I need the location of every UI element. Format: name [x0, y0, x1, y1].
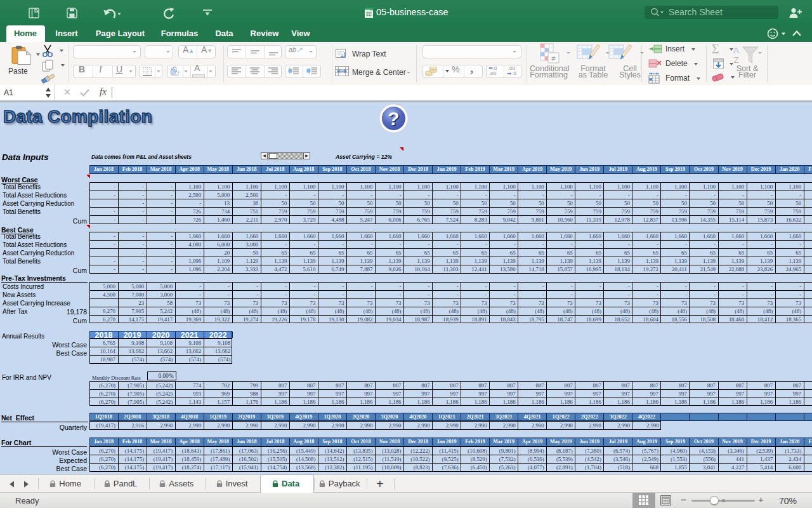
svg-text:≠: ≠	[551, 54, 556, 63]
svg-text:?: ?	[388, 108, 399, 129]
